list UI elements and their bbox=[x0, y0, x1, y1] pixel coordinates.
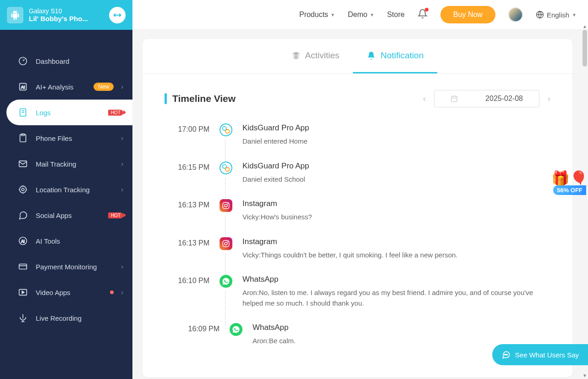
timeline-time: 16:15 PM bbox=[174, 162, 209, 185]
hot-badge: HOT bbox=[108, 212, 123, 218]
sidebar-item-dashboard[interactable]: Dashboard bbox=[0, 48, 132, 74]
sidebar-item-label: Social Apps bbox=[36, 212, 101, 219]
svg-text:AI: AI bbox=[21, 85, 25, 89]
timeline-app-name: WhatsApp bbox=[253, 323, 550, 332]
timeline-body: KidsGuard Pro App Daniel exited School bbox=[242, 162, 550, 185]
svg-point-17 bbox=[223, 164, 226, 168]
sidebar-item-phone-files[interactable]: Phone Files › bbox=[0, 125, 132, 151]
svg-point-16 bbox=[225, 129, 229, 133]
sidebar-item-logs[interactable]: Logs HOT bbox=[6, 100, 132, 125]
device-model: Galaxy S10 bbox=[29, 7, 109, 15]
calendar-icon bbox=[451, 95, 458, 102]
tab-activities[interactable]: Activities bbox=[278, 39, 353, 73]
svg-rect-6 bbox=[21, 134, 24, 136]
svg-point-20 bbox=[225, 204, 227, 207]
timeline-time: 17:00 PM bbox=[174, 123, 209, 147]
section-header: Timeline View ‹ 2025-02-08 › bbox=[165, 90, 550, 107]
timeline-item: 16:13 PM Instagram Vicky:How's business? bbox=[174, 199, 550, 237]
location-icon bbox=[17, 184, 28, 195]
device-switch-button[interactable] bbox=[109, 7, 126, 23]
sidebar-item-label: Dashboard bbox=[36, 57, 123, 65]
sidebar-item-label: Logs bbox=[36, 109, 101, 117]
kidsguard-icon bbox=[220, 123, 232, 136]
sidebar-item-live-recording[interactable]: Live Recording bbox=[0, 305, 132, 331]
notification-bell[interactable] bbox=[418, 9, 428, 21]
date-picker[interactable]: 2025-02-08 bbox=[434, 90, 539, 107]
timeline-app-name: KidsGuard Pro App bbox=[242, 162, 550, 171]
recording-icon bbox=[17, 312, 28, 323]
ai-icon: AI bbox=[17, 81, 28, 92]
timeline-message: Vicky:How's business? bbox=[242, 212, 550, 223]
nav-products[interactable]: Products▼ bbox=[299, 11, 335, 19]
content-card: Activities Notification Timeline View ‹ … bbox=[143, 39, 572, 377]
timeline-body: Instagram Vicky:Things couldn't be bette… bbox=[242, 237, 550, 261]
whatsapp-icon bbox=[220, 275, 232, 288]
timeline-app-name: Instagram bbox=[242, 199, 550, 208]
instagram-icon bbox=[220, 199, 232, 212]
svg-point-26 bbox=[506, 354, 506, 355]
kidsguard-icon bbox=[220, 162, 232, 174]
sidebar-item-ai-analysis[interactable]: AI AI+ Analysis New › bbox=[0, 74, 132, 100]
scrollbar[interactable] bbox=[583, 30, 587, 67]
date-prev-button[interactable]: ‹ bbox=[423, 94, 426, 104]
content-body: Timeline View ‹ 2025-02-08 › 17:00 PM Ki… bbox=[143, 74, 572, 377]
timeline-list: 17:00 PM KidsGuard Pro App Daniel entere… bbox=[174, 123, 550, 361]
avatar[interactable] bbox=[508, 7, 523, 22]
date-value: 2025-02-08 bbox=[485, 95, 523, 103]
sidebar-item-payment-monitoring[interactable]: Payment Monitoring › bbox=[0, 254, 132, 279]
logs-icon bbox=[17, 107, 28, 118]
chevron-down-icon: ▼ bbox=[370, 12, 374, 17]
svg-point-18 bbox=[225, 167, 229, 171]
device-info: Galaxy S10 Lil' Bobby's Pho... bbox=[29, 7, 109, 22]
chevron-right-icon: › bbox=[121, 186, 123, 193]
layers-icon bbox=[291, 51, 301, 60]
notification-dot bbox=[425, 8, 429, 11]
sidebar-item-social-apps[interactable]: Social Apps HOT bbox=[0, 202, 132, 228]
timeline-message: Vicky:Things couldn't be better, I quit … bbox=[242, 250, 550, 261]
sidebar-item-label: AI Tools bbox=[36, 237, 123, 245]
svg-rect-14 bbox=[451, 96, 457, 102]
svg-point-23 bbox=[225, 242, 227, 245]
sidebar-item-label: Phone Files bbox=[36, 134, 114, 142]
sidebar-item-label: AI+ Analysis bbox=[36, 83, 86, 91]
svg-point-15 bbox=[223, 127, 226, 130]
sidebar-item-label: Mail Tracking bbox=[36, 160, 114, 168]
timeline-body: KidsGuard Pro App Daniel entered Home bbox=[242, 123, 550, 147]
sidebar: Dashboard AI AI+ Analysis New › Logs HOT… bbox=[0, 30, 132, 379]
main-content: Activities Notification Timeline View ‹ … bbox=[132, 30, 583, 379]
chevron-right-icon: › bbox=[121, 83, 123, 90]
chat-icon bbox=[17, 210, 28, 221]
sidebar-item-ai-tools[interactable]: AI AI Tools bbox=[0, 228, 132, 254]
language-selector[interactable]: English▼ bbox=[536, 11, 577, 19]
sidebar-item-mail-tracking[interactable]: Mail Tracking › bbox=[0, 151, 132, 177]
buy-now-button[interactable]: Buy Now bbox=[440, 6, 495, 23]
chevron-right-icon: › bbox=[121, 263, 123, 270]
date-next-button[interactable]: › bbox=[548, 94, 550, 104]
android-icon bbox=[7, 7, 23, 23]
timeline-app-name: WhatsApp bbox=[242, 275, 550, 284]
sidebar-item-location-tracking[interactable]: Location Tracking › bbox=[0, 177, 132, 202]
dashboard-icon bbox=[17, 56, 28, 67]
chevron-down-icon: ▼ bbox=[330, 12, 335, 17]
scroll-up-arrow[interactable]: ▲ bbox=[583, 24, 587, 29]
video-icon bbox=[17, 287, 28, 298]
mail-icon bbox=[17, 158, 28, 169]
nav-store[interactable]: Store bbox=[387, 11, 405, 19]
timeline-time: 16:13 PM bbox=[174, 237, 209, 261]
see-users-button[interactable]: See What Users Say bbox=[492, 344, 588, 365]
promo-float[interactable]: 🎁🎈 56% OFF bbox=[551, 170, 588, 195]
timeline-body: WhatsApp Aron:Be calm. bbox=[253, 323, 550, 346]
sidebar-item-label: Live Recording bbox=[36, 314, 123, 322]
timeline-message: Aron:No, listen to me. I always regard y… bbox=[242, 288, 550, 308]
bell-icon bbox=[367, 51, 376, 60]
ai-tools-icon: AI bbox=[17, 235, 28, 246]
nav-demo[interactable]: Demo▼ bbox=[348, 11, 374, 19]
chevron-right-icon: › bbox=[121, 134, 123, 142]
scroll-down-arrow[interactable]: ▼ bbox=[583, 373, 587, 378]
chat-icon bbox=[501, 350, 511, 359]
tab-notification[interactable]: Notification bbox=[353, 39, 437, 73]
hot-badge: HOT bbox=[108, 110, 123, 116]
sidebar-item-video-apps[interactable]: Video Apps › bbox=[0, 279, 132, 305]
timeline-item: 16:10 PM WhatsApp Aron:No, listen to me.… bbox=[174, 275, 550, 323]
svg-point-9 bbox=[22, 188, 24, 191]
